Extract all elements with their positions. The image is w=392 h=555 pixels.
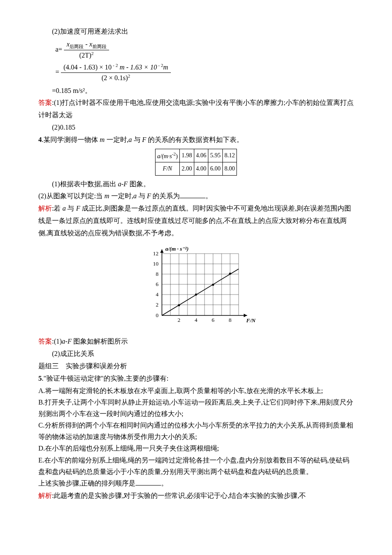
table-header-F: F/N — [155, 162, 179, 175]
xtick: 8 — [229, 317, 232, 323]
q4-2b: 一定时, — [110, 192, 133, 199]
question-5: 5."验证牛顿运动定律"的实验,主要的步骤有: — [38, 373, 354, 385]
table-cell: 8.12 — [222, 149, 237, 162]
fraction-2: (4.04 - 1.63) × 10 - 2 m - 1.63 × 10 - 2… — [61, 62, 171, 83]
xtick: 6 — [212, 317, 215, 323]
q5-order-end: 。 — [161, 480, 168, 487]
q4-b: 一定时, — [105, 136, 129, 143]
ytick: 10 — [153, 260, 159, 267]
ytick: 6 — [156, 281, 159, 287]
ytick: 4 — [156, 291, 159, 298]
analysis-label-5: 解析 — [38, 492, 52, 499]
question-4: 4.某同学测得一物体 m 一定时,a 与 F 的关系的有关数据资料如下表。 — [38, 134, 354, 146]
q4-2end: 。 — [205, 192, 212, 199]
q5-order-line: 上述实验步骤,正确的排列顺序是。 — [38, 477, 354, 490]
ans4-aF: a-F — [62, 338, 72, 345]
answer-4-line2: (2)成正比关系 — [38, 348, 354, 360]
table-cell: 1.98 — [180, 149, 194, 162]
num2-sup1: - 2 — [112, 63, 118, 68]
den-2t: (2T) — [79, 52, 91, 59]
sup-2: 2 — [91, 51, 94, 56]
num2-end: m — [163, 64, 168, 71]
q4-c: 与 — [132, 136, 142, 143]
ytick: 0 — [156, 312, 159, 318]
an-b: 与 — [66, 205, 76, 212]
den2-sup: 2 — [128, 73, 130, 78]
q5-option-E: E.在小车的前端分别系上细绳,绳的另一端跨过定滑轮各挂一个小盘,盘内分别放着数目… — [38, 454, 354, 477]
th-a-end: ) — [176, 153, 178, 159]
analysis-5: 解析:此题考查的是实验步骤,对于实验的一些常识,必须牢记于心,结合本实验的实验步… — [38, 490, 354, 502]
svg-marker-1 — [244, 314, 247, 317]
table-cell: 4.00 — [194, 162, 208, 175]
table-cell: 8.00 — [222, 162, 237, 175]
data-table: a/(m·s-2) 1.98 4.06 5.95 8.12 F/N 2.00 4… — [155, 149, 237, 176]
q4-2c: 与 — [137, 192, 147, 199]
q5-option-C: C.分析所得到的两个小车在相同时间内通过的位移大小与小车所受的水平拉力的大小关系… — [38, 419, 354, 442]
q4-number: 4 — [38, 136, 42, 143]
q4-m: m — [100, 136, 105, 143]
q4-2a2: a — [133, 192, 137, 199]
minus-1: - — [84, 40, 89, 48]
fit-line — [162, 269, 239, 315]
ans4-b: 图象如解析图所示 — [72, 338, 128, 345]
q5-option-A: A.将一端附有定滑轮的长木板放在水平桌面上,取两个质量相等的小车,放在光滑的水平… — [38, 385, 354, 396]
formula-block-1: a= x后两段 - x前两段 (2T)2 — [55, 40, 354, 61]
section-3-title: 题组三 实验步骤和误差分析 — [38, 360, 354, 373]
sub-former: 前两段 — [92, 44, 107, 49]
formula-block-2: = (4.04 - 1.63) × 10 - 2 m - 1.63 × 10 -… — [55, 62, 354, 83]
q4-sub2: (2)从图象可以判定:当 m 一定时,a 与 F 的关系为。 — [38, 190, 354, 202]
den2: (2 × 0.1s) — [101, 74, 128, 81]
q4-2m: m — [104, 192, 110, 199]
num2-mid: m - 1.63 × 10 — [118, 64, 157, 71]
q4-2a: (2)从图象可以判定:当 — [38, 192, 104, 199]
q4-F: F — [142, 136, 147, 143]
ylabel: a/(m · s⁻²) — [165, 246, 189, 252]
x-former: x — [89, 40, 92, 48]
fraction-1: x后两段 - x前两段 (2T)2 — [64, 40, 109, 61]
q4-d: 的关系的有关数据资料如下表。 — [146, 136, 243, 143]
q4-avar: a — [129, 136, 132, 143]
q4-2d: 的关系为 — [151, 192, 180, 199]
result-value: =0.185 m/s²。 — [38, 85, 354, 97]
answer-label-4: 答案 — [38, 338, 52, 345]
answer-1-line2: (2)0.185 — [38, 121, 354, 134]
q5-option-B: B.打开夹子,让两个小车同时从静止开始运动,小车运动一段距离后,夹上夹子,让它们… — [38, 396, 354, 419]
q5-option-D: D.在小车的后端也分别系上细绳,用一只夹子夹住这两根细绳; — [38, 442, 354, 454]
xlabel: F/N — [246, 317, 256, 324]
sub-later: 后两段 — [69, 44, 84, 49]
q5-text: ."验证牛顿运动定律"的实验,主要的步骤有: — [42, 375, 169, 382]
q5-order-text: 上述实验步骤,正确的排列顺序是 — [38, 480, 135, 487]
answer-4: 答案:(1)a-F 图象如解析图所示 — [38, 335, 354, 348]
svg-marker-3 — [160, 249, 164, 253]
table-cell: 2.00 — [180, 162, 194, 175]
p-acceleration-method: (2)加速度可用逐差法求出 — [38, 26, 354, 38]
xtick: 4 — [195, 317, 198, 323]
table-header-a: a/(m·s-2) — [155, 149, 179, 162]
chart-aF: 0 2 4 6 8 10 12 2 4 6 8 a/(m · s⁻²) F/N — [38, 243, 354, 332]
blank-input[interactable] — [180, 191, 205, 198]
q4-a: .某同学测得一物体 — [42, 136, 100, 143]
num2-a: (4.04 - 1.63) × 10 — [63, 64, 112, 71]
q4-sub1: (1)根据表中数据,画出 a-F 图象。 — [38, 178, 354, 191]
blank-input[interactable] — [135, 478, 161, 486]
an-c: 成正比,则图象是一条过原点的直线。同时因实验中不可避免地出现误差,则在误差范围内… — [38, 205, 351, 237]
table-cell: 6.00 — [208, 162, 223, 175]
q4-2F: F — [147, 192, 151, 199]
analysis5-text: :此题考查的是实验步骤,对于实验的一些常识,必须牢记于心,结合本实验的实验步骤,… — [52, 492, 306, 499]
ytick: 12 — [153, 250, 159, 257]
analysis-4: 解析:若 a 与 F 成正比,则图象是一条过原点的直线。同时因实验中不可避免地出… — [38, 202, 354, 239]
q4-1a: (1)根据表中数据,画出 — [52, 180, 118, 188]
an-F: F — [76, 205, 80, 212]
q4-1-aF: a-F — [118, 180, 128, 188]
table-row: a/(m·s-2) 1.98 4.06 5.95 8.12 — [155, 149, 236, 162]
formula-eq2: = — [55, 68, 59, 75]
chart-svg: 0 2 4 6 8 10 12 2 4 6 8 a/(m · s⁻²) F/N — [132, 243, 260, 328]
ytick: 2 — [156, 301, 159, 308]
q4-1-end: 图象。 — [128, 180, 150, 188]
answer-label-1: 答案 — [38, 99, 52, 106]
xtick: 2 — [178, 317, 181, 323]
answer-1: 答案:(1)打点计时器不应使用干电池,应使用交流电源;实验中没有平衡小车的摩擦力… — [38, 97, 354, 121]
table-row: F/N 2.00 4.00 6.00 8.00 — [155, 162, 236, 175]
table-cell: 5.95 — [208, 149, 223, 162]
table-cell: 4.06 — [194, 149, 208, 162]
